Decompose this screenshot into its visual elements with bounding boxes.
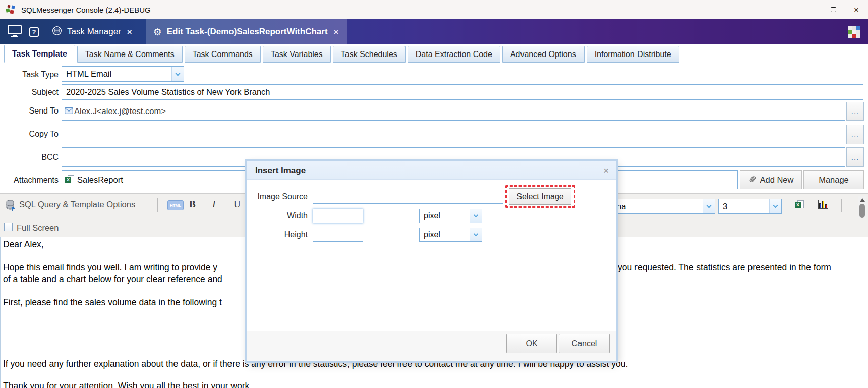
tab-task-template[interactable]: Task Template [4, 45, 75, 63]
title-bar: SQLMessenger Console (2.4)-DEBUG × [0, 0, 868, 19]
height-label: Height [247, 230, 308, 239]
width-input[interactable] [313, 209, 363, 223]
manage-button[interactable]: Manage [803, 170, 864, 189]
task-type-value: HTML Email [62, 69, 171, 79]
send-to-input[interactable]: Alex.J<alex.j@test.com> [62, 102, 845, 121]
bold-button[interactable]: B [189, 199, 196, 210]
tab-advanced-options[interactable]: Advanced Options [502, 46, 585, 63]
bcc-label: BCC [0, 153, 59, 162]
cubes-logo-icon [848, 26, 860, 38]
tab-task-name-comments[interactable]: Task Name & Comments [77, 46, 183, 63]
scrollbar-thumb[interactable] [859, 204, 865, 218]
body-paragraph1-right: you requested. The statistics are presen… [618, 262, 831, 273]
ok-button[interactable]: OK [506, 334, 557, 353]
bcc-more-button[interactable]: ... [846, 147, 864, 167]
chevron-down-icon [703, 199, 715, 213]
chevron-down-icon [769, 199, 781, 213]
database-icon [6, 200, 16, 213]
nav-tab-label: Edit Task-(Demo)SalesReportWithChart [167, 27, 328, 37]
maximize-icon [831, 7, 836, 12]
task-type-label: Task Type [0, 70, 59, 79]
cancel-button[interactable]: Cancel [559, 334, 610, 353]
html-source-icon[interactable]: HTML [167, 200, 184, 210]
minimize-icon [807, 10, 813, 10]
attachment-name: SalesReport [74, 175, 123, 185]
body-paragraph1-line2: of a table and a chart below for your cl… [3, 274, 222, 285]
toolbar-separator [788, 199, 788, 212]
fullscreen-checkbox[interactable] [4, 223, 13, 231]
subject-label: Subject [0, 88, 59, 97]
toolbar-separator [841, 199, 842, 212]
body-paragraph4: Thank you for your attention. Wish you a… [3, 381, 252, 388]
paperclip-icon [748, 175, 757, 185]
underline-button[interactable]: U [234, 199, 241, 210]
chevron-down-icon [470, 209, 482, 223]
maximize-button[interactable] [822, 0, 845, 19]
close-button[interactable]: × [845, 0, 868, 19]
image-source-label: Image Source [247, 192, 308, 201]
send-to-value: Alex.J<alex.j@test.com> [73, 106, 166, 116]
tab-task-variables[interactable]: Task Variables [263, 46, 331, 63]
height-unit-dropdown[interactable]: pixel [419, 228, 482, 242]
nav-bar: ? Task Manager × ⚙ Edit Task-(Demo)Sales… [0, 19, 868, 44]
text-caret [316, 212, 316, 220]
subject-input[interactable] [62, 84, 863, 100]
fullscreen-label: Full Screen [17, 223, 59, 233]
tab-data-extraction-code[interactable]: Data Extraction Code [408, 46, 500, 63]
add-new-label: Add New [760, 175, 794, 185]
export-excel-icon[interactable]: X [795, 200, 804, 209]
copy-to-label: Copy To [0, 130, 59, 139]
tab-task-commands[interactable]: Task Commands [185, 46, 261, 63]
excel-file-icon: X [65, 175, 74, 184]
select-image-button[interactable]: Select Image [509, 188, 571, 205]
copy-to-input[interactable] [62, 125, 845, 144]
close-icon: × [854, 6, 859, 14]
width-label: Width [247, 211, 308, 220]
form-tab-strip: Task Template Task Name & Comments Task … [0, 44, 868, 63]
send-to-more-button[interactable]: ... [846, 102, 864, 121]
font-size-value: 3 [719, 202, 727, 211]
body-paragraph2: First, please find the sales volume data… [3, 297, 222, 308]
body-greeting: Dear Alex, [3, 239, 44, 250]
body-paragraph1-left: Hope this email finds you well. I am wri… [3, 262, 217, 273]
dialog-close-icon[interactable]: × [603, 165, 609, 175]
add-new-button[interactable]: Add New [740, 170, 802, 189]
tab-information-distribute[interactable]: Information Distribute [587, 46, 679, 63]
insert-chart-icon[interactable] [818, 200, 828, 209]
minimize-button[interactable] [798, 0, 822, 19]
nav-tab-edit-task[interactable]: ⚙ Edit Task-(Demo)SalesReportWithChart × [146, 19, 347, 44]
chevron-down-icon [171, 67, 184, 81]
chevron-down-icon [470, 228, 482, 241]
close-tab-icon[interactable]: × [333, 28, 340, 36]
attachments-label: Attachments [0, 176, 59, 185]
font-size-dropdown[interactable]: 3 [718, 199, 782, 214]
scroll-up-icon[interactable] [860, 198, 865, 202]
height-unit-value: pixel [420, 230, 470, 239]
sql-query-template-options-button[interactable]: SQL Query & Template Options [19, 200, 135, 209]
dialog-footer: OK Cancel [247, 331, 616, 361]
dialog-title: Insert Image [255, 165, 306, 176]
tab-task-schedules[interactable]: Task Schedules [333, 46, 406, 63]
task-manager-icon [52, 26, 62, 38]
task-type-dropdown[interactable]: HTML Email [62, 66, 184, 82]
nav-tab-task-manager[interactable]: Task Manager × [45, 19, 140, 44]
insert-image-dialog: Insert Image × Image Source Select Image… [247, 161, 616, 361]
send-to-label: Send To [0, 106, 59, 116]
window-title: SQLMessenger Console (2.4)-DEBUG [21, 6, 151, 14]
height-input[interactable] [313, 228, 363, 242]
nav-tab-label: Task Manager [67, 27, 121, 37]
app-logo-icon [6, 5, 16, 15]
monitor-icon[interactable] [7, 24, 22, 39]
window-controls: × [798, 0, 868, 19]
help-icon[interactable]: ? [29, 27, 39, 37]
italic-button[interactable]: I [212, 199, 215, 210]
width-unit-dropdown[interactable]: pixel [419, 209, 482, 223]
copy-to-more-button[interactable]: ... [846, 125, 864, 144]
dialog-title-bar[interactable]: Insert Image × [247, 161, 616, 180]
close-tab-icon[interactable]: × [126, 28, 133, 36]
image-source-input[interactable] [313, 190, 503, 204]
envelope-icon [65, 107, 73, 116]
toolbar-separator [157, 198, 158, 212]
gear-icon: ⚙ [153, 27, 162, 37]
width-unit-value: pixel [420, 211, 470, 220]
